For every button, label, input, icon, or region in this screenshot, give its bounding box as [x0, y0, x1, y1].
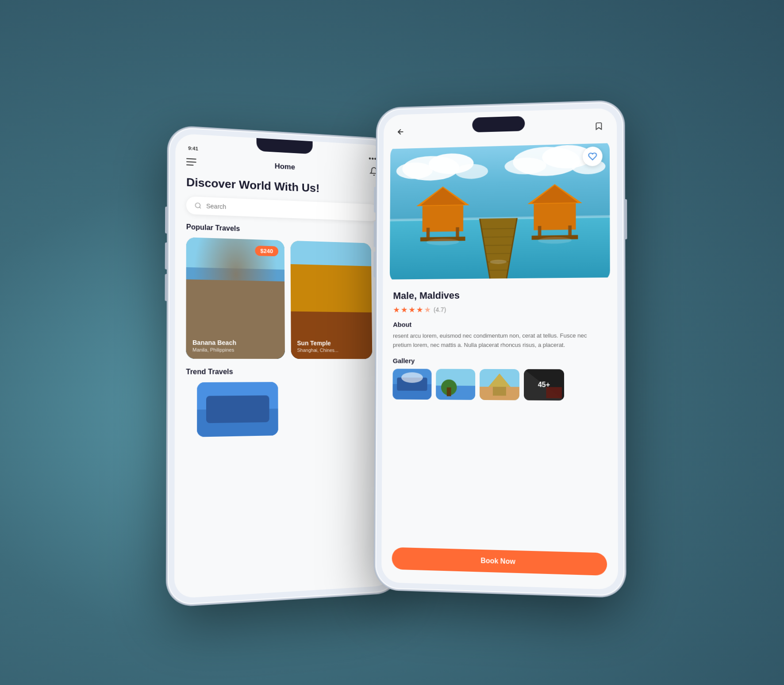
svg-marker-21 — [299, 263, 363, 282]
gallery-thumb-1[interactable] — [392, 369, 431, 400]
svg-line-49 — [484, 245, 513, 246]
home-screen: 9:41 ●●● Home Discover World With Us! — [174, 133, 393, 599]
dynamic-island — [472, 116, 525, 132]
star-5: ★ — [424, 305, 431, 315]
price-badge: $240 — [255, 246, 278, 256]
trend-cards-row — [186, 381, 381, 437]
gallery-row: 45+ — [392, 369, 607, 401]
rating-row: ★ ★ ★ ★ ★ (4.7) — [393, 304, 606, 315]
search-input[interactable] — [206, 203, 372, 216]
card-sun-temple[interactable]: Sun Temple Shanghai, Chines... — [290, 241, 372, 359]
phones-container: 9:41 ●●● Home Discover World With Us! — [149, 77, 635, 608]
gallery-thumb-3[interactable] — [480, 369, 519, 400]
trend-scene — [197, 382, 278, 437]
about-title: About — [393, 320, 607, 328]
svg-rect-19 — [300, 293, 364, 338]
trend-section: Trend Travels — [175, 359, 392, 438]
svg-rect-5 — [213, 292, 258, 323]
star-1: ★ — [393, 305, 400, 315]
gallery-title: Gallery — [393, 357, 607, 365]
svg-point-14 — [186, 262, 215, 294]
svg-rect-34 — [206, 396, 269, 423]
gallery-img-2 — [436, 369, 475, 400]
svg-point-16 — [258, 262, 284, 289]
home-title: Home — [275, 162, 295, 172]
card-2-name: Sun Temple — [297, 339, 366, 347]
book-now-button[interactable]: Book Now — [392, 547, 607, 576]
gallery-thumb-2[interactable] — [436, 369, 475, 400]
phone-detail: Detail — [375, 101, 624, 596]
svg-rect-65 — [568, 226, 572, 236]
signal: ●●● — [369, 156, 377, 161]
time: 9:41 — [188, 146, 198, 151]
gallery-more-count: 45+ — [524, 369, 564, 400]
detail-screen: Detail — [381, 108, 618, 590]
svg-marker-22 — [312, 259, 350, 273]
star-3: ★ — [408, 305, 415, 315]
bookmark-button[interactable] — [592, 119, 606, 134]
svg-rect-81 — [493, 387, 506, 396]
svg-line-11 — [236, 273, 254, 290]
svg-line-50 — [485, 254, 511, 254]
svg-rect-12 — [225, 305, 228, 332]
star-2: ★ — [401, 305, 408, 315]
svg-line-10 — [236, 272, 245, 291]
detail-info: Male, Maldives ★ ★ ★ ★ ★ (4.7) About res… — [382, 281, 618, 408]
gallery-img-1 — [392, 369, 431, 400]
card-banana-beach[interactable]: $240 Banana Beach Manila, Philippines — [186, 237, 285, 359]
popular-cards-row: $240 Banana Beach Manila, Philippines — [175, 237, 391, 359]
svg-line-47 — [482, 228, 515, 229]
gallery-thumb-4[interactable]: 45+ — [524, 369, 564, 400]
about-text: resent arcu lorem, euismod nec condiment… — [393, 331, 607, 350]
back-button[interactable] — [394, 125, 407, 139]
rating-number: (4.7) — [434, 306, 446, 313]
trend-section-title: Trend Travels — [186, 368, 380, 376]
svg-line-8 — [218, 273, 236, 290]
svg-marker-7 — [209, 270, 262, 292]
card-1-info: Banana Beach Manila, Philippines — [186, 333, 285, 359]
card-1-name: Banana Beach — [192, 339, 279, 346]
place-name: Male, Maldives — [393, 289, 606, 301]
svg-rect-64 — [538, 226, 542, 237]
trend-card-1[interactable] — [197, 382, 278, 437]
svg-marker-6 — [204, 269, 267, 292]
card-2-location: Shanghai, Chines... — [297, 347, 366, 353]
card-1-location: Manila, Philippines — [192, 347, 279, 353]
svg-rect-77 — [447, 387, 451, 396]
svg-rect-13 — [244, 305, 247, 332]
svg-rect-4 — [186, 282, 222, 328]
svg-marker-23 — [327, 250, 335, 259]
detail-hero-image — [390, 139, 610, 283]
stars: ★ ★ ★ ★ ★ — [393, 305, 431, 315]
svg-rect-58 — [427, 228, 430, 238]
svg-rect-59 — [456, 227, 459, 238]
card-2-info: Sun Temple Shanghai, Chines... — [291, 333, 373, 359]
svg-line-48 — [483, 237, 514, 237]
menu-button[interactable] — [186, 158, 196, 165]
maldives-scene — [390, 139, 610, 283]
search-icon — [194, 202, 201, 210]
svg-point-0 — [196, 203, 200, 208]
svg-rect-27 — [312, 302, 327, 324]
star-4: ★ — [416, 305, 423, 315]
svg-point-15 — [196, 270, 221, 296]
svg-line-9 — [227, 272, 236, 291]
phone-home: 9:41 ●●● Home Discover World With Us! — [168, 127, 399, 605]
svg-point-73 — [401, 372, 423, 383]
svg-rect-28 — [336, 303, 351, 324]
gallery-img-3 — [480, 369, 519, 400]
svg-marker-20 — [293, 267, 369, 294]
